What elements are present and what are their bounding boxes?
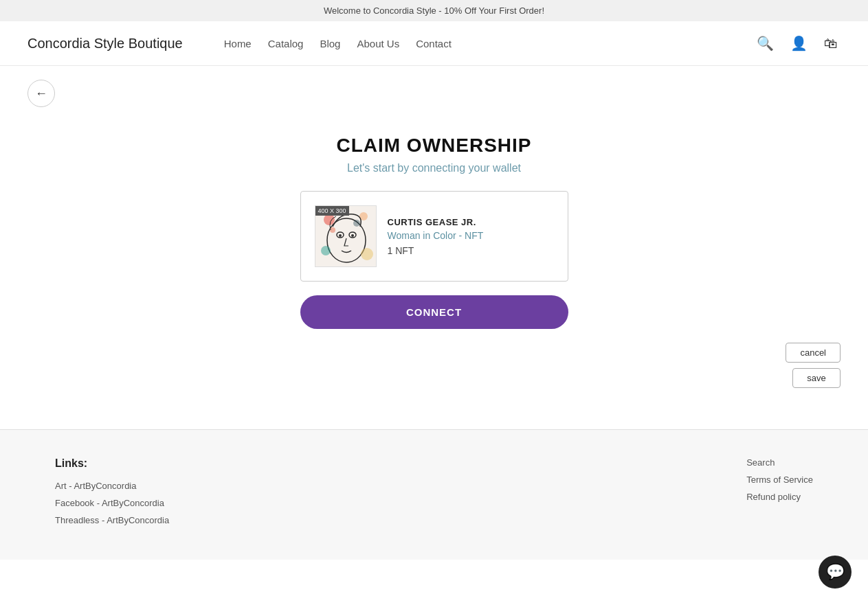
svg-point-6	[324, 214, 335, 225]
claim-title: CLAIM OWNERSHIP	[336, 135, 531, 157]
nft-count: 1 NFT	[388, 245, 484, 256]
back-button[interactable]: ←	[27, 80, 55, 107]
footer-link-terms[interactable]: Terms of Service	[746, 475, 813, 485]
header: Concordia Style Boutique Home Catalog Bl…	[0, 21, 868, 66]
footer-links-title: Links:	[55, 457, 169, 470]
footer: Links: Art - ArtByConcordia Facebook - A…	[0, 429, 868, 560]
footer-link-search[interactable]: Search	[746, 457, 813, 468]
main-content: CLAIM OWNERSHIP Let's start by connectin…	[0, 121, 868, 429]
chat-icon: 💬	[826, 563, 845, 581]
nav-blog[interactable]: Blog	[320, 38, 340, 49]
site-logo[interactable]: Concordia Style Boutique	[27, 36, 183, 52]
svg-point-10	[353, 220, 360, 227]
cancel-button[interactable]: cancel	[786, 343, 841, 363]
product-info: CURTIS GEASE JR. Woman in Color - NFT 1 …	[388, 217, 484, 256]
nav-home[interactable]: Home	[224, 38, 252, 49]
cart-button[interactable]: 🛍	[821, 33, 841, 54]
footer-link-refund[interactable]: Refund policy	[746, 492, 813, 502]
nav-catalog[interactable]: Catalog	[268, 38, 304, 49]
header-icons: 🔍 👤 🛍	[754, 32, 841, 54]
search-button[interactable]: 🔍	[754, 32, 777, 54]
action-buttons: cancel save	[572, 343, 841, 388]
search-icon: 🔍	[757, 36, 774, 51]
cart-icon: 🛍	[824, 36, 838, 51]
main-nav: Home Catalog Blog About Us Contact	[224, 38, 754, 49]
svg-point-4	[339, 234, 342, 237]
image-size-tag: 400 X 300	[315, 206, 349, 216]
product-card: 400 X 300	[300, 191, 568, 282]
nav-about[interactable]: About Us	[357, 38, 399, 49]
svg-point-11	[330, 227, 335, 233]
top-banner: Welcome to Concordia Style - 10% Off You…	[0, 0, 868, 21]
banner-text: Welcome to Concordia Style - 10% Off You…	[324, 5, 544, 16]
svg-point-5	[351, 234, 354, 237]
footer-right-col: Search Terms of Service Refund policy	[746, 457, 813, 532]
svg-point-8	[321, 246, 331, 255]
connect-button[interactable]: CONNECT	[300, 295, 568, 329]
artist-name: CURTIS GEASE JR.	[388, 217, 484, 227]
product-image: 400 X 300	[315, 205, 377, 267]
nav-contact[interactable]: Contact	[416, 38, 452, 49]
footer-link-facebook[interactable]: Facebook - ArtByConcordia	[55, 498, 169, 508]
claim-subtitle: Let's start by connecting your wallet	[347, 162, 521, 174]
save-button[interactable]: save	[792, 368, 841, 388]
account-icon: 👤	[790, 36, 808, 51]
chat-bubble-button[interactable]: 💬	[819, 556, 852, 589]
svg-point-9	[361, 248, 373, 260]
footer-link-art[interactable]: Art - ArtByConcordia	[55, 481, 169, 491]
account-button[interactable]: 👤	[788, 32, 810, 54]
back-arrow-icon: ←	[35, 87, 47, 101]
artwork-title: Woman in Color - NFT	[388, 230, 484, 241]
footer-left-col: Links: Art - ArtByConcordia Facebook - A…	[55, 457, 169, 532]
footer-link-threadless[interactable]: Threadless - ArtByConcordia	[55, 515, 169, 525]
back-button-wrap: ←	[0, 66, 868, 121]
